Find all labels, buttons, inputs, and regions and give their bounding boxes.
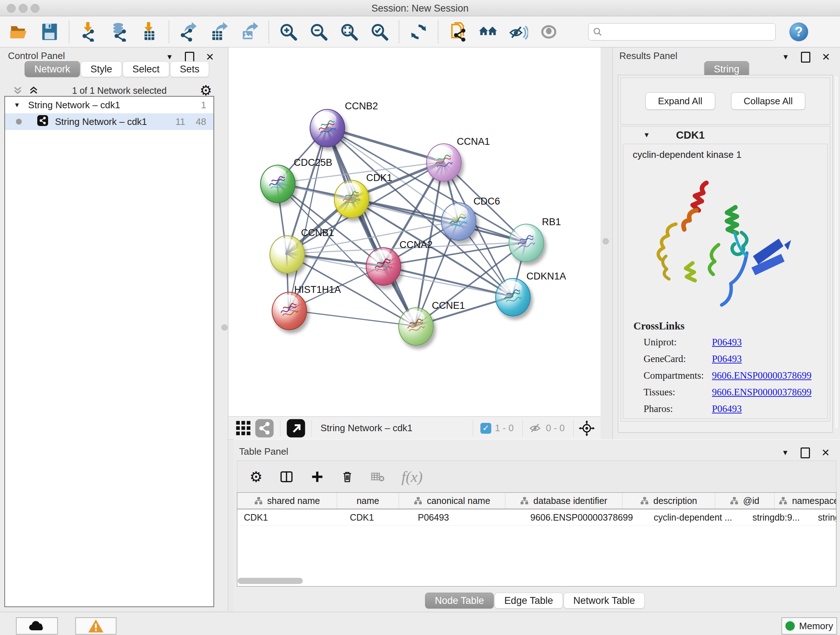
results-panel-collapse-icon[interactable]: ▼ xyxy=(782,53,789,61)
search-box[interactable] xyxy=(588,23,775,41)
search-input[interactable] xyxy=(606,27,771,37)
cdk1-section-header[interactable]: ▼ CDK1 xyxy=(621,126,830,144)
memory-button[interactable]: Memory xyxy=(782,617,837,635)
table-settings-gear-icon[interactable]: ⚙ xyxy=(249,469,263,485)
collection-label: String Network – cdk1 xyxy=(28,100,120,111)
string-network-icon xyxy=(37,115,49,129)
cdk1-section: ▼ CDK1 cyclin-dependent kinase 1 xyxy=(621,126,830,421)
delete-column-icon[interactable] xyxy=(341,470,354,484)
warnings-button[interactable] xyxy=(75,617,117,635)
save-session-icon[interactable] xyxy=(39,21,60,42)
tab-network[interactable]: Network xyxy=(25,61,80,77)
show-columns-icon[interactable] xyxy=(279,470,294,484)
cdk1-section-name: CDK1 xyxy=(676,129,705,141)
node-label-cdc6: CDC6 xyxy=(474,195,500,207)
open-session-icon[interactable] xyxy=(9,21,30,42)
zoom-fit-icon[interactable] xyxy=(339,21,360,42)
open-in-browser-icon[interactable] xyxy=(286,418,306,439)
expand-all-button[interactable]: Expand All xyxy=(645,92,715,110)
cell-@id: stringdb:9... xyxy=(746,509,812,525)
collapse-all-chevrons-icon[interactable] xyxy=(28,85,39,96)
selected-checkbox-icon[interactable]: ✓ xyxy=(480,423,491,434)
node-label-ccna2: CCNA2 xyxy=(399,239,433,250)
tab-network-table[interactable]: Network Table xyxy=(564,593,645,608)
home-icon[interactable] xyxy=(477,21,499,42)
column-header-database-identifier[interactable]: database identifier xyxy=(505,493,622,509)
column-header-description[interactable]: description xyxy=(622,493,715,509)
crosslink-pharos-link[interactable]: P06493 xyxy=(712,403,742,415)
results-panel-close-icon[interactable]: ✕ xyxy=(822,51,830,63)
zoom-in-icon[interactable] xyxy=(278,21,299,42)
network-node-ccna2[interactable] xyxy=(366,247,401,286)
crosslink-genecard-link[interactable]: P06493 xyxy=(712,353,742,364)
help-icon[interactable]: ? xyxy=(789,22,808,41)
network-row[interactable]: String Network – cdk1 11 48 xyxy=(5,113,213,130)
zoom-out-icon[interactable] xyxy=(308,21,329,42)
column-header-shared-name[interactable]: shared name xyxy=(237,493,337,509)
collection-expander-icon[interactable]: ▼ xyxy=(14,101,20,109)
right-splitter-handle[interactable] xyxy=(603,238,609,244)
export-table-icon[interactable] xyxy=(208,21,229,42)
results-panel-float-icon[interactable] xyxy=(801,52,810,63)
string-view-icon[interactable] xyxy=(254,418,275,439)
network-node-cdk1[interactable] xyxy=(334,180,369,218)
expand-all-chevrons-icon[interactable] xyxy=(12,85,23,96)
collection-count: 1 xyxy=(201,100,206,111)
table-horizontal-scrollbar[interactable] xyxy=(238,578,303,584)
birds-eye-view-icon[interactable] xyxy=(579,420,595,436)
import-table-file-icon[interactable] xyxy=(139,21,160,42)
node-label-hist1h1a: HIST1H1A xyxy=(294,284,341,295)
crosslink-uniprot-link[interactable]: P06493 xyxy=(712,337,742,348)
crosslink-label-tissues: Tissues: xyxy=(644,386,676,398)
show-all-icon[interactable] xyxy=(538,21,559,42)
network-node-hist1h1a[interactable] xyxy=(272,292,307,330)
create-column-icon[interactable] xyxy=(310,470,324,484)
crosslinks-title: CrossLinks xyxy=(633,320,684,332)
control-panel-collapse-icon[interactable]: ▼ xyxy=(166,53,173,61)
table-panel-close-icon[interactable]: ✕ xyxy=(821,447,830,459)
network-node-ccnb1[interactable] xyxy=(270,235,305,274)
table-panel-float-icon[interactable] xyxy=(801,448,810,458)
column-header-namespace[interactable]: namespace xyxy=(775,493,836,509)
crosslink-tissues-link[interactable]: 9606.ENSP00000378699 xyxy=(712,386,812,398)
column-header-name[interactable]: name xyxy=(337,493,399,509)
network-node-ccna1[interactable] xyxy=(426,143,462,182)
export-image-icon[interactable] xyxy=(239,21,260,42)
network-collection-row[interactable]: ▼ String Network – cdk1 1 xyxy=(5,97,213,113)
collapse-all-button[interactable]: Collapse All xyxy=(731,92,806,110)
tab-style[interactable]: Style xyxy=(81,61,122,77)
network-from-file-icon[interactable] xyxy=(447,21,468,42)
network-node-cdc25b[interactable] xyxy=(260,165,295,203)
control-panel-float-icon[interactable] xyxy=(185,52,194,63)
current-network-name: String Network – cdk1 xyxy=(321,423,468,434)
export-network-icon[interactable] xyxy=(178,21,199,42)
tab-node-table[interactable]: Node Table xyxy=(425,593,494,608)
table-row[interactable]: CDK1CDK1P064939606.ENSP00000378699cyclin… xyxy=(237,509,836,526)
column-header-@id[interactable]: @id xyxy=(715,493,775,509)
results-scrollbar[interactable] xyxy=(834,76,839,428)
protein-structure-image xyxy=(638,175,793,317)
import-network-file-icon[interactable] xyxy=(78,21,99,42)
network-node-ccnb2[interactable] xyxy=(309,109,345,147)
cdk1-expander-icon[interactable]: ▼ xyxy=(643,131,650,139)
import-network-database-icon[interactable] xyxy=(109,21,129,42)
grid-view-icon[interactable] xyxy=(233,418,254,439)
refresh-icon[interactable] xyxy=(408,21,429,42)
table-panel-collapse-icon[interactable]: ▼ xyxy=(782,448,789,457)
network-node-rb1[interactable] xyxy=(508,224,544,262)
cloud-status-button[interactable] xyxy=(16,617,58,635)
network-node-cdc6[interactable] xyxy=(441,203,477,241)
node-label-ccna1: CCNA1 xyxy=(457,136,490,147)
network-canvas[interactable]: CCNB2 CCNA1 CDC25B CDK1 CDC6 RB1CCNB1 CC… xyxy=(229,48,600,416)
network-node-ccne1[interactable] xyxy=(398,307,434,346)
tab-select[interactable]: Select xyxy=(123,61,169,77)
tab-edge-table[interactable]: Edge Table xyxy=(494,593,563,608)
left-splitter-handle[interactable] xyxy=(221,325,227,331)
hide-selected-icon[interactable] xyxy=(508,21,529,42)
node-table[interactable]: shared namenamecanonical namedatabase id… xyxy=(237,492,836,586)
zoom-selected-icon[interactable] xyxy=(369,21,390,42)
tab-sets[interactable]: Sets xyxy=(170,61,209,77)
crosslink-compartments-link[interactable]: 9606.ENSP00000378699 xyxy=(712,370,812,381)
network-node-cdkn1a[interactable] xyxy=(495,278,531,317)
column-header-canonical-name[interactable]: canonical name xyxy=(399,493,505,509)
